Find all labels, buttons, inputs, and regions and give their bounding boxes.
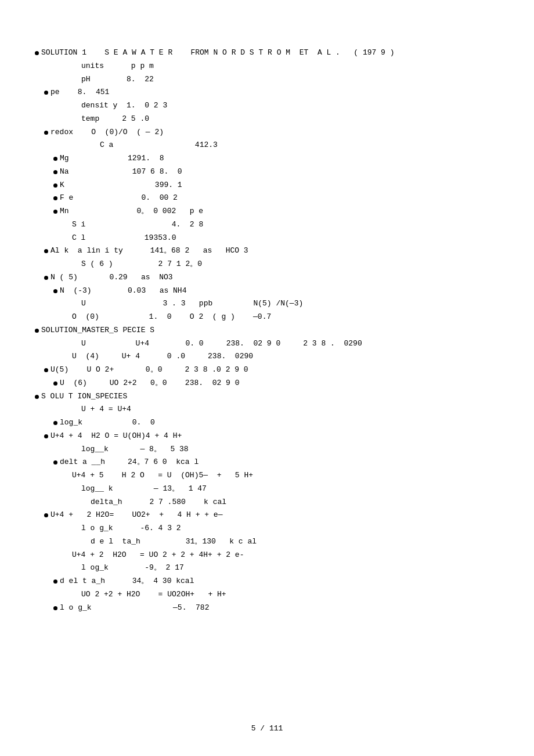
line-text: U (4) U+ 4 0 .0 238. 0290: [72, 350, 253, 363]
line-text: log_k 0. 0: [60, 416, 155, 430]
text-line: temp 2 5 .0: [81, 113, 499, 126]
line-text: C l 19353.0: [72, 232, 176, 245]
text-line: U+4 + 2 H2O= UO2+ + 4 H + + e—: [44, 509, 499, 522]
bullet-icon: [53, 196, 57, 200]
line-text: redox O (0)/O ( — 2): [50, 126, 164, 139]
line-text: log__ k — 13。 1 47: [81, 483, 207, 496]
line-text: U+4 + 2 H2O= UO2+ + 4 H + + e—: [50, 509, 222, 522]
text-line: U+4 + 2 H2O = UO 2 + 2 + 4H+ + 2 e-: [72, 549, 499, 562]
text-line: K 399. 1: [53, 179, 499, 192]
bullet-icon: [44, 513, 48, 517]
text-line: redox O (0)/O ( — 2): [44, 126, 499, 139]
line-text: pe 8. 451: [50, 86, 109, 99]
text-line: Mg 1291. 8: [53, 152, 499, 165]
text-line: Na 107 6 8. 0: [53, 165, 499, 179]
bullet-icon: [53, 381, 57, 386]
bullet-icon: [44, 249, 48, 253]
line-text: delta_h 2 7 .580 k cal: [91, 496, 226, 509]
text-line: U (4) U+ 4 0 .0 238. 0290: [72, 350, 499, 363]
line-text: Na 107 6 8. 0: [60, 165, 182, 179]
line-text: F e 0. 00 2: [60, 192, 178, 205]
text-line: SOLUTION 1 S E A W A T E R FROM N O R D …: [35, 46, 499, 60]
line-text: pH 8. 22: [81, 73, 154, 87]
bullet-icon: [53, 289, 57, 293]
line-text: U+4 + 4 H2 O = U(OH)4 + 4 H+: [50, 430, 182, 443]
line-text: U + 4 = U+4: [81, 403, 131, 416]
line-text: l o g_k -6. 4 3 2: [81, 522, 181, 535]
text-line: O (0) 1. 0 O 2 ( g ) —0.7: [72, 311, 499, 324]
bullet-icon: [53, 606, 57, 610]
bullet-icon: [44, 434, 48, 438]
line-text: Mg 1291. 8: [60, 152, 164, 165]
text-line: F e 0. 00 2: [53, 192, 499, 205]
page-footer: 5 / 111: [0, 724, 534, 733]
bullet-icon: [44, 91, 48, 95]
text-line: l o g_k -6. 4 3 2: [81, 522, 499, 535]
line-text: units p p m: [81, 60, 154, 73]
text-line: densit y 1. 0 2 3: [81, 99, 499, 113]
bullet-icon: [53, 157, 57, 161]
line-text: O (0) 1. 0 O 2 ( g ) —0.7: [72, 311, 271, 324]
bullet-icon: [35, 329, 39, 333]
text-line: Mn 0。 0 002 p e: [53, 205, 499, 218]
line-text: UO 2 +2 + H2O = UO2OH+ + H+: [81, 588, 226, 602]
text-line: N ( 5) 0.29 as NO3: [44, 271, 499, 285]
line-text: U+4 + 2 H2O = UO 2 + 2 + 4H+ + 2 e-: [72, 549, 244, 562]
text-line: d e l ta_h 31。130 k c al: [91, 535, 499, 549]
text-line: U U+4 0. 0 238. 02 9 0 2 3 8 . 0290: [81, 337, 499, 351]
line-text: d el t a_h 34。 4 30 kcal: [60, 575, 194, 588]
text-line: S OLU T ION_SPECIES: [35, 390, 499, 404]
text-line: U(5) U O 2+ 0。0 2 3 8 .0 2 9 0: [44, 363, 499, 377]
text-line: pH 8. 22: [81, 73, 499, 87]
bullet-icon: [53, 579, 57, 584]
text-line: Al k a lin i ty 141。68 2 as HCO 3: [44, 244, 499, 258]
line-text: Al k a lin i ty 141。68 2 as HCO 3: [50, 244, 248, 258]
text-line: delta_h 2 7 .580 k cal: [91, 496, 499, 509]
line-text: Mn 0。 0 002 p e: [60, 205, 203, 218]
text-line: U+4 + 4 H2 O = U(OH)4 + 4 H+: [44, 430, 499, 443]
text-line: log__ k — 13。 1 47: [81, 483, 499, 496]
line-text: U 3 . 3 ppb N(5) /N(—3): [81, 297, 303, 311]
bullet-icon: [35, 395, 39, 399]
line-text: K 399. 1: [60, 179, 182, 192]
bullet-icon: [35, 51, 39, 55]
text-line: U+4 + 5 H 2 O = U (OH)5— + 5 H+: [72, 469, 499, 483]
line-text: N (-3) 0.03 as NH4: [60, 285, 186, 298]
text-line: log_k 0. 0: [53, 416, 499, 430]
text-line: U + 4 = U+4: [81, 403, 499, 416]
line-text: d e l ta_h 31。130 k c al: [91, 535, 257, 549]
bullet-icon: [44, 368, 48, 372]
text-line: l o g_k —5. 782: [53, 602, 499, 615]
bullet-icon: [53, 183, 57, 188]
line-text: l o g_k —5. 782: [60, 602, 209, 615]
line-text: SOLUTION 1 S E A W A T E R FROM N O R D …: [41, 46, 395, 60]
line-text: S ( 6 ) 2 7 1 2。0: [81, 258, 202, 271]
line-text: delt a __h 24。7 6 0 kca l: [60, 456, 199, 469]
text-line: C a 412.3: [100, 139, 499, 152]
line-text: temp 2 5 .0: [81, 113, 149, 126]
text-line: pe 8. 451: [44, 86, 499, 99]
text-line: log__k — 8。 5 38: [81, 443, 499, 456]
line-text: U+4 + 5 H 2 O = U (OH)5— + 5 H+: [72, 469, 253, 483]
line-text: U(5) U O 2+ 0。0 2 3 8 .0 2 9 0: [50, 363, 248, 377]
text-line: delt a __h 24。7 6 0 kca l: [53, 456, 499, 469]
line-text: C a 412.3: [100, 139, 218, 152]
footer-text: 5 / 111: [251, 724, 283, 733]
line-text: SOLUTION_MASTER_S PECIE S: [41, 324, 154, 337]
bullet-icon: [53, 210, 57, 214]
text-line: l og_k -9。 2 17: [81, 561, 499, 575]
text-line: U (6) UO 2+2 0。0 238. 02 9 0: [53, 377, 499, 390]
page-content: SOLUTION 1 S E A W A T E R FROM N O R D …: [0, 0, 534, 649]
text-line: SOLUTION_MASTER_S PECIE S: [35, 324, 499, 337]
text-line: d el t a_h 34。 4 30 kcal: [53, 575, 499, 588]
text-line: C l 19353.0: [72, 232, 499, 245]
line-text: U U+4 0. 0 238. 02 9 0 2 3 8 . 0290: [81, 337, 362, 351]
line-text: S OLU T ION_SPECIES: [41, 390, 127, 404]
bullet-icon: [53, 170, 57, 174]
bullet-icon: [53, 460, 57, 465]
line-text: densit y 1. 0 2 3: [81, 99, 167, 113]
line-text: l og_k -9。 2 17: [81, 561, 184, 575]
line-text: N ( 5) 0.29 as NO3: [50, 271, 173, 285]
bullet-icon: [44, 131, 48, 135]
line-text: log__k — 8。 5 38: [81, 443, 189, 456]
